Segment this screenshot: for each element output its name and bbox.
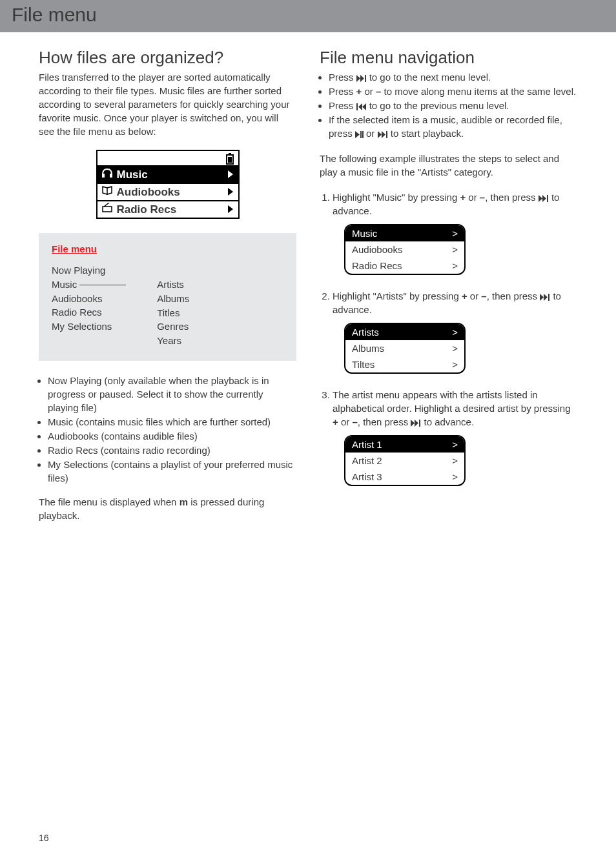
description-bullets: Now Playing (only available when the pla… [39, 374, 296, 485]
device-status-bar [96, 150, 240, 167]
steps-list: Highlight "Music" by pressing + or –, th… [320, 190, 577, 486]
forward-icon [540, 290, 550, 301]
mini-screen-3: Artist 1> Artist 2> Artist 3> [344, 435, 466, 486]
device-menu-row: Music [96, 167, 240, 184]
plus-key: + [462, 290, 467, 301]
chevron-right-icon: > [452, 470, 458, 483]
footer-note: The file menu is displayed when m is pre… [39, 495, 296, 522]
play-pause-icon [355, 128, 364, 139]
minus-key: – [352, 416, 357, 427]
text-span: Press [329, 100, 356, 111]
device-menu-label: Radio Recs [117, 203, 177, 216]
forward-icon [411, 416, 421, 427]
mini-row-label: Artist 1 [352, 438, 382, 451]
forward-icon [356, 72, 367, 83]
text-span: to go to the next menu level. [367, 72, 491, 83]
chevron-right-icon: > [452, 227, 458, 240]
mini-row-label: Tiltes [352, 358, 375, 371]
chevron-right-icon: > [452, 341, 458, 355]
intro-text: Files transferred to the player are sort… [39, 70, 296, 138]
text-span: to go to the previous menu level. [367, 100, 509, 111]
text-span: or [338, 416, 353, 427]
bullet-item: If the selected item is a music, audible… [329, 113, 577, 140]
text-span: or [467, 290, 482, 301]
backward-icon [356, 100, 367, 111]
svg-rect-12 [547, 195, 548, 202]
bullet-item: Press + or – to move along menu items at… [329, 85, 577, 98]
mini-row: Artist 1> [345, 436, 464, 453]
page-number: 16 [39, 833, 49, 843]
text-span: to start playback. [388, 128, 464, 139]
list-item: Radio Recs [52, 305, 126, 320]
bullet-item: Radio Recs (contains radio recording) [48, 443, 296, 457]
text-span: or [466, 192, 480, 203]
chevron-right-icon: > [452, 438, 458, 451]
svg-rect-1 [229, 153, 231, 155]
play-arrow-icon [228, 203, 234, 216]
svg-rect-5 [103, 207, 112, 212]
svg-rect-4 [110, 174, 112, 178]
device-menu-row: Radio Recs [96, 201, 240, 219]
text-span: The file menu is displayed when [39, 496, 180, 507]
radio-icon [101, 203, 113, 216]
nav-bullets: Press to go to the next menu level. Pres… [320, 70, 577, 140]
text-span: , then press [358, 416, 411, 427]
device-menu-row: Audiobooks [96, 184, 240, 201]
info-col-1: Now Playing Music Audiobooks Radio Recs … [52, 263, 126, 348]
page-title: File menu [12, 4, 604, 26]
mini-screen-1: Music> Audiobooks> Radio Recs> [344, 224, 466, 275]
text-span: , then press [487, 290, 540, 301]
plus-key: + [460, 192, 466, 203]
play-arrow-icon [228, 186, 234, 199]
mini-row: Albums> [345, 340, 464, 356]
mini-row-label: Music [352, 227, 377, 240]
text-span: Highlight "Artists" by pressing [333, 290, 462, 301]
info-col-2: Artists Albums Titles Genres Years [157, 263, 189, 348]
minus-key: – [480, 192, 485, 203]
headphones-icon [101, 168, 113, 181]
step-2: Highlight "Artists" by pressing + or –, … [333, 289, 577, 374]
device-menu-label: Audiobooks [117, 186, 180, 199]
svg-rect-9 [360, 131, 362, 138]
bullet-item: Press to go to the previous menu level. [329, 99, 577, 112]
list-item: Artists [157, 278, 189, 292]
text-span: to advance. [421, 416, 474, 427]
mini-row: Tiltes> [345, 356, 464, 372]
list-item-label: Music [52, 279, 77, 290]
device-menu-label: Music [117, 168, 148, 181]
file-menu-box: File menu Now Playing Music Audiobooks R… [39, 233, 296, 361]
mini-row: Audiobooks> [345, 241, 464, 258]
example-intro: The following example illustrates the st… [320, 152, 577, 179]
text-span: , then press [485, 192, 539, 203]
list-item: Years [157, 334, 189, 348]
mini-row: Artist 3> [345, 469, 464, 485]
right-column: File menu navigation Press to go to the … [320, 48, 577, 522]
mini-row: Music> [345, 225, 464, 241]
svg-rect-13 [548, 294, 549, 301]
bullet-item: Now Playing (only available when the pla… [48, 374, 296, 414]
book-icon [101, 185, 113, 199]
chevron-right-icon: > [452, 325, 458, 339]
forward-icon [378, 128, 388, 139]
list-item: Genres [157, 320, 189, 334]
left-column: How files are organized? Files transferr… [39, 48, 296, 522]
play-arrow-icon [228, 168, 234, 181]
chevron-right-icon: > [452, 358, 458, 371]
text-span: or [362, 86, 376, 97]
chevron-right-icon: > [452, 243, 458, 256]
text-span: to move along menu items at the same lev… [381, 86, 576, 97]
mini-row-label: Artist 2 [352, 454, 382, 467]
plus-key: + [356, 86, 362, 97]
text-span: Press [329, 86, 356, 97]
mini-screen-2: Artists> Albums> Tiltes> [344, 323, 466, 374]
list-item: Albums [157, 292, 189, 306]
svg-rect-7 [365, 75, 366, 82]
mini-row: Artist 2> [345, 453, 464, 469]
chevron-right-icon: > [452, 259, 458, 272]
bullet-item: Audiobooks (contains audible files) [48, 429, 296, 443]
plus-key: + [333, 416, 338, 427]
device-screenshot: Music Audiobooks Radio Recs [39, 150, 296, 219]
text-span: Highlight "Music" by pressing [333, 192, 460, 203]
left-heading: How files are organized? [39, 48, 296, 68]
bullet-item: Music (contains music files which are fu… [48, 415, 296, 429]
